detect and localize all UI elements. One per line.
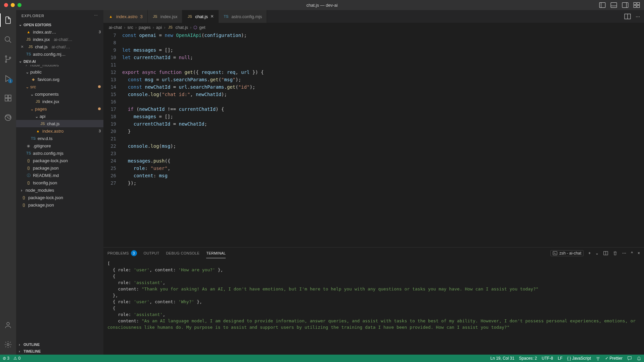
tree-file[interactable]: {}package.json <box>16 201 103 209</box>
close-panel-icon[interactable]: × <box>638 251 640 256</box>
split-editor-icon[interactable] <box>624 13 631 20</box>
encoding[interactable]: UTF-8 <box>542 356 553 361</box>
breadcrumb-item[interactable]: src <box>127 25 133 30</box>
tab-chat-js[interactable]: JSchat.js× <box>182 10 219 23</box>
breadcrumb-item[interactable]: pages <box>139 25 150 30</box>
timeline-section[interactable]: ›TIMELINE <box>16 348 103 355</box>
search-activity[interactable] <box>0 33 16 46</box>
more-actions-icon[interactable]: ⋯ <box>636 14 640 19</box>
tree-file[interactable]: TSastro.config.mjs <box>16 149 103 157</box>
code-editor[interactable]: 789101112131415161718192021222324252627 … <box>103 32 644 247</box>
edge-activity[interactable] <box>0 111 16 124</box>
bell-icon[interactable] <box>637 356 641 361</box>
chevron-down-icon: ⌄ <box>35 114 38 119</box>
open-editor-item[interactable]: TSastro.config.mj… <box>16 50 103 58</box>
terminal-output[interactable]: [ { role: 'user', content: 'How are you?… <box>103 259 644 355</box>
breadcrumbs[interactable]: ai-chat› src› pages› api› JSchat.js› ⬡ge… <box>103 23 644 32</box>
breadcrumb-item[interactable]: get <box>199 25 205 30</box>
json-icon: {} <box>26 166 32 170</box>
tree-file[interactable]: JSindex.jsx <box>16 98 103 105</box>
open-editors-section[interactable]: ⌄ OPEN EDITORS <box>16 21 103 28</box>
problems-tab[interactable]: PROBLEMS3 <box>107 247 137 259</box>
eol[interactable]: LF <box>558 356 562 361</box>
sidebar-more-icon[interactable]: ⋯ <box>94 13 98 18</box>
file-name: tsconfig.json <box>33 180 57 185</box>
trash-icon[interactable] <box>613 251 617 256</box>
project-section[interactable]: ⌄ DEV-AI <box>16 58 103 65</box>
file-name: package-lock.json <box>33 158 68 163</box>
file-path: ai-chat/… <box>51 44 70 49</box>
tree-folder[interactable]: ›node_modules <box>16 65 103 68</box>
radio-tower-icon[interactable] <box>596 356 600 361</box>
output-tab[interactable]: OUTPUT <box>144 248 159 258</box>
layout-sidebar-right-icon[interactable] <box>622 2 629 8</box>
tab-index-astro[interactable]: ▲index.astro3 <box>103 10 148 23</box>
terminal-launcher[interactable]: zsh - ai-chat <box>550 250 584 256</box>
open-editor-item[interactable]: ×JSchat.js ai-chat/… <box>16 43 103 50</box>
breadcrumb-item[interactable]: api <box>156 25 162 30</box>
settings-activity[interactable] <box>0 338 16 351</box>
error-count[interactable]: ⊘ 3 <box>3 356 9 361</box>
new-terminal-icon[interactable]: + <box>588 251 591 256</box>
debug-console-tab[interactable]: DEBUG CONSOLE <box>166 248 200 258</box>
terminal-dropdown-icon[interactable]: ⌄ <box>595 251 599 256</box>
svg-point-13 <box>5 61 7 62</box>
maximize-panel-icon[interactable]: ^ <box>631 251 633 256</box>
split-terminal-icon[interactable] <box>603 251 608 256</box>
open-editor-item[interactable]: ▲index.astr…3 <box>16 28 103 36</box>
explorer-activity[interactable] <box>0 13 16 27</box>
breadcrumb-item[interactable]: ai-chat <box>109 25 122 30</box>
open-editor-item[interactable]: JSindex.jsx ai-chat/… <box>16 36 103 43</box>
tree-file[interactable]: TSenv.d.ts <box>16 135 103 142</box>
tree-file[interactable]: {}package-lock.json <box>16 194 103 201</box>
panel-more-icon[interactable]: ⋯ <box>622 251 626 256</box>
tree-file[interactable]: ⓘREADME.md <box>16 172 103 179</box>
extensions-activity[interactable] <box>0 91 16 105</box>
tree-file[interactable]: {}package-lock.json <box>16 157 103 164</box>
layout-panel-icon[interactable] <box>610 2 617 8</box>
close-icon[interactable]: × <box>211 13 214 19</box>
layout-sidebar-left-icon[interactable] <box>599 2 606 8</box>
folder-name: pages <box>35 106 47 111</box>
tree-folder[interactable]: ⌄public <box>16 68 103 76</box>
close-window-button[interactable] <box>4 3 8 7</box>
feedback-icon[interactable] <box>627 356 632 361</box>
file-name: package.json <box>28 202 54 208</box>
timeline-label: TIMELINE <box>24 349 41 353</box>
tree-file[interactable]: {}tsconfig.json <box>16 179 103 186</box>
jsx-icon: JS <box>35 99 41 103</box>
folder-name: src <box>30 84 36 89</box>
maximize-window-button[interactable] <box>17 3 21 7</box>
terminal-name: zsh - ai-chat <box>559 251 581 256</box>
svg-rect-15 <box>5 95 8 98</box>
code-content[interactable]: const openai = new OpenAIApi(configurati… <box>122 32 644 247</box>
prettier-status[interactable]: ✓ Prettier <box>605 356 623 361</box>
source-control-activity[interactable] <box>0 52 16 66</box>
close-icon[interactable]: × <box>21 44 24 49</box>
tree-folder[interactable]: ⌄pages <box>16 105 103 112</box>
tree-folder[interactable]: ⌄api <box>16 112 103 120</box>
tree-folder[interactable]: ›node_modules <box>16 186 103 194</box>
edge-icon <box>4 114 12 122</box>
tree-file[interactable]: ◉.gitignore <box>16 142 103 149</box>
outline-section[interactable]: ›OUTLINE <box>16 341 103 348</box>
terminal-tab[interactable]: TERMINAL <box>206 248 226 258</box>
accounts-activity[interactable] <box>0 318 16 332</box>
file-name: env.d.ts <box>38 136 53 141</box>
language-mode[interactable]: { } JavaScript <box>567 356 591 361</box>
tree-file[interactable]: JSchat.js <box>16 120 103 127</box>
warning-count[interactable]: ⚠ 0 <box>13 356 20 361</box>
breadcrumb-item[interactable]: chat.js <box>176 25 188 30</box>
minimize-window-button[interactable] <box>11 3 15 7</box>
cursor-position[interactable]: Ln 19, Col 31 <box>490 356 514 361</box>
debug-activity[interactable]: 1 <box>0 72 16 85</box>
tree-folder[interactable]: ⌄components <box>16 90 103 98</box>
tab-index-jsx[interactable]: JSindex.jsx <box>148 10 183 23</box>
tree-file[interactable]: ◆favicon.svg <box>16 76 103 83</box>
tree-file[interactable]: {}package.json <box>16 164 103 172</box>
tab-astro-config[interactable]: TSastro.config.mjs <box>219 10 267 23</box>
tree-folder[interactable]: ⌄src <box>16 83 103 90</box>
tree-file[interactable]: ▲index.astro3 <box>16 127 103 135</box>
customize-layout-icon[interactable] <box>633 2 640 8</box>
indentation[interactable]: Spaces: 2 <box>519 356 537 361</box>
